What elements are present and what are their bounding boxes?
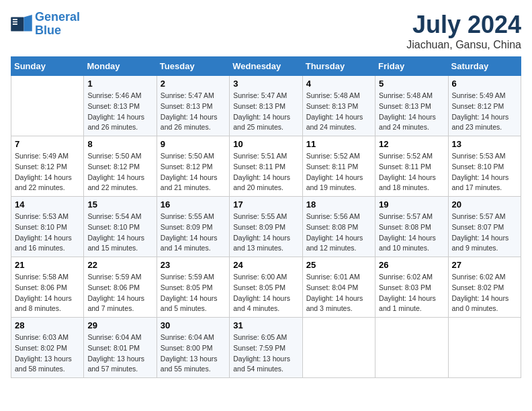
day-number: 14 (15, 199, 80, 210)
calendar-cell: 25Sunrise: 6:01 AMSunset: 8:04 PMDayligh… (302, 257, 375, 318)
weekday-header-friday: Friday (375, 57, 448, 76)
day-info: Sunrise: 5:58 AMSunset: 8:06 PMDaylight:… (15, 272, 80, 314)
calendar-cell: 9Sunrise: 5:50 AMSunset: 8:12 PMDaylight… (157, 136, 229, 197)
calendar-cell: 16Sunrise: 5:55 AMSunset: 8:09 PMDayligh… (157, 197, 229, 257)
calendar-cell (11, 76, 84, 136)
calendar-cell: 10Sunrise: 5:51 AMSunset: 8:11 PMDayligh… (230, 136, 302, 197)
day-info: Sunrise: 5:47 AMSunset: 8:13 PMDaylight:… (161, 91, 226, 133)
main-title: July 2024 (406, 11, 521, 39)
calendar-cell: 11Sunrise: 5:52 AMSunset: 8:11 PMDayligh… (302, 136, 375, 197)
calendar-cell: 14Sunrise: 5:53 AMSunset: 8:10 PMDayligh… (11, 197, 84, 257)
week-row-5: 28Sunrise: 6:03 AMSunset: 8:02 PMDayligh… (11, 318, 521, 378)
day-info: Sunrise: 5:51 AMSunset: 8:11 PMDaylight:… (233, 151, 298, 193)
day-info: Sunrise: 5:56 AMSunset: 8:08 PMDaylight:… (306, 212, 371, 254)
day-info: Sunrise: 5:57 AMSunset: 8:08 PMDaylight:… (379, 212, 444, 254)
subtitle: Jiachuan, Gansu, China (406, 39, 521, 51)
day-info: Sunrise: 5:49 AMSunset: 8:12 PMDaylight:… (15, 151, 80, 193)
calendar-cell: 26Sunrise: 6:02 AMSunset: 8:03 PMDayligh… (375, 257, 448, 318)
day-number: 10 (233, 139, 298, 149)
day-info: Sunrise: 5:49 AMSunset: 8:12 PMDaylight:… (452, 91, 517, 133)
weekday-header-wednesday: Wednesday (230, 57, 302, 76)
day-number: 21 (15, 260, 80, 270)
weekday-header-thursday: Thursday (302, 57, 375, 76)
calendar-cell: 6Sunrise: 5:49 AMSunset: 8:12 PMDaylight… (448, 76, 521, 136)
calendar-cell: 19Sunrise: 5:57 AMSunset: 8:08 PMDayligh… (375, 197, 448, 257)
day-info: Sunrise: 5:54 AMSunset: 8:10 PMDaylight:… (87, 212, 152, 254)
weekday-header-row: SundayMondayTuesdayWednesdayThursdayFrid… (11, 57, 521, 76)
week-row-1: 1Sunrise: 5:46 AMSunset: 8:13 PMDaylight… (11, 76, 521, 136)
svg-rect-4 (13, 24, 17, 25)
day-number: 27 (452, 260, 517, 270)
day-info: Sunrise: 5:46 AMSunset: 8:13 PMDaylight:… (87, 91, 152, 133)
day-info: Sunrise: 5:59 AMSunset: 8:05 PMDaylight:… (161, 272, 226, 314)
weekday-header-sunday: Sunday (11, 57, 84, 76)
calendar-cell: 8Sunrise: 5:50 AMSunset: 8:12 PMDaylight… (84, 136, 157, 197)
day-number: 19 (379, 199, 444, 210)
calendar-cell: 24Sunrise: 6:00 AMSunset: 8:05 PMDayligh… (230, 257, 302, 318)
day-info: Sunrise: 6:04 AMSunset: 8:01 PMDaylight:… (87, 332, 152, 375)
day-info: Sunrise: 5:47 AMSunset: 8:13 PMDaylight:… (233, 91, 298, 133)
weekday-header-saturday: Saturday (448, 57, 521, 76)
week-row-2: 7Sunrise: 5:49 AMSunset: 8:12 PMDaylight… (11, 136, 521, 197)
day-number: 24 (233, 260, 298, 270)
logo-line2: Blue (35, 24, 80, 38)
day-info: Sunrise: 5:48 AMSunset: 8:13 PMDaylight:… (306, 91, 371, 133)
calendar-cell: 7Sunrise: 5:49 AMSunset: 8:12 PMDaylight… (11, 136, 84, 197)
day-info: Sunrise: 5:53 AMSunset: 8:10 PMDaylight:… (15, 212, 80, 254)
calendar-cell (302, 318, 375, 378)
day-number: 1 (87, 79, 152, 89)
day-info: Sunrise: 5:59 AMSunset: 8:06 PMDaylight:… (87, 272, 152, 314)
day-number: 12 (379, 139, 444, 149)
calendar-cell: 3Sunrise: 5:47 AMSunset: 8:13 PMDaylight… (230, 76, 302, 136)
day-info: Sunrise: 6:04 AMSunset: 8:00 PMDaylight:… (161, 332, 226, 375)
day-number: 5 (379, 79, 444, 89)
calendar-cell: 1Sunrise: 5:46 AMSunset: 8:13 PMDaylight… (84, 76, 157, 136)
day-info: Sunrise: 5:55 AMSunset: 8:09 PMDaylight:… (233, 212, 298, 254)
logo-text: General Blue (35, 11, 80, 38)
day-info: Sunrise: 5:55 AMSunset: 8:09 PMDaylight:… (161, 212, 226, 254)
calendar-cell: 28Sunrise: 6:03 AMSunset: 8:02 PMDayligh… (11, 318, 84, 378)
calendar-cell: 5Sunrise: 5:48 AMSunset: 8:13 PMDaylight… (375, 76, 448, 136)
day-number: 11 (306, 139, 371, 149)
svg-rect-3 (13, 21, 17, 22)
calendar-cell (448, 318, 521, 378)
day-number: 6 (452, 79, 517, 89)
calendar-cell: 27Sunrise: 6:02 AMSunset: 8:02 PMDayligh… (448, 257, 521, 318)
calendar-cell: 29Sunrise: 6:04 AMSunset: 8:01 PMDayligh… (84, 318, 157, 378)
day-number: 26 (379, 260, 444, 270)
day-info: Sunrise: 6:00 AMSunset: 8:05 PMDaylight:… (233, 272, 298, 314)
calendar-cell: 20Sunrise: 5:57 AMSunset: 8:07 PMDayligh… (448, 197, 521, 257)
calendar-cell: 17Sunrise: 5:55 AMSunset: 8:09 PMDayligh… (230, 197, 302, 257)
day-number: 20 (452, 199, 517, 210)
day-number: 8 (87, 139, 152, 149)
weekday-header-monday: Monday (84, 57, 157, 76)
day-info: Sunrise: 5:53 AMSunset: 8:10 PMDaylight:… (452, 151, 517, 193)
day-info: Sunrise: 5:52 AMSunset: 8:11 PMDaylight:… (379, 151, 444, 193)
calendar-cell: 13Sunrise: 5:53 AMSunset: 8:10 PMDayligh… (448, 136, 521, 197)
day-number: 2 (161, 79, 226, 89)
day-number: 28 (15, 320, 80, 330)
day-info: Sunrise: 5:52 AMSunset: 8:11 PMDaylight:… (306, 151, 371, 193)
logo-line1: General (35, 10, 80, 24)
day-number: 31 (233, 320, 298, 330)
title-block: July 2024 Jiachuan, Gansu, China (406, 11, 521, 51)
week-row-3: 14Sunrise: 5:53 AMSunset: 8:10 PMDayligh… (11, 197, 521, 257)
calendar-cell: 4Sunrise: 5:48 AMSunset: 8:13 PMDaylight… (302, 76, 375, 136)
day-number: 30 (161, 320, 226, 330)
calendar-cell (375, 318, 448, 378)
day-info: Sunrise: 5:48 AMSunset: 8:13 PMDaylight:… (379, 91, 444, 133)
day-info: Sunrise: 6:02 AMSunset: 8:03 PMDaylight:… (379, 272, 444, 314)
page-header: General Blue July 2024 Jiachuan, Gansu, … (11, 11, 521, 51)
day-info: Sunrise: 6:03 AMSunset: 8:02 PMDaylight:… (15, 332, 80, 375)
calendar-cell: 12Sunrise: 5:52 AMSunset: 8:11 PMDayligh… (375, 136, 448, 197)
day-info: Sunrise: 5:50 AMSunset: 8:12 PMDaylight:… (87, 151, 152, 193)
day-number: 22 (87, 260, 152, 270)
day-info: Sunrise: 6:01 AMSunset: 8:04 PMDaylight:… (306, 272, 371, 314)
day-number: 25 (306, 260, 371, 270)
calendar-cell: 15Sunrise: 5:54 AMSunset: 8:10 PMDayligh… (84, 197, 157, 257)
weekday-header-tuesday: Tuesday (157, 57, 229, 76)
calendar-cell: 2Sunrise: 5:47 AMSunset: 8:13 PMDaylight… (157, 76, 229, 136)
day-info: Sunrise: 5:50 AMSunset: 8:12 PMDaylight:… (161, 151, 226, 193)
calendar-cell: 23Sunrise: 5:59 AMSunset: 8:05 PMDayligh… (157, 257, 229, 318)
calendar-cell: 21Sunrise: 5:58 AMSunset: 8:06 PMDayligh… (11, 257, 84, 318)
